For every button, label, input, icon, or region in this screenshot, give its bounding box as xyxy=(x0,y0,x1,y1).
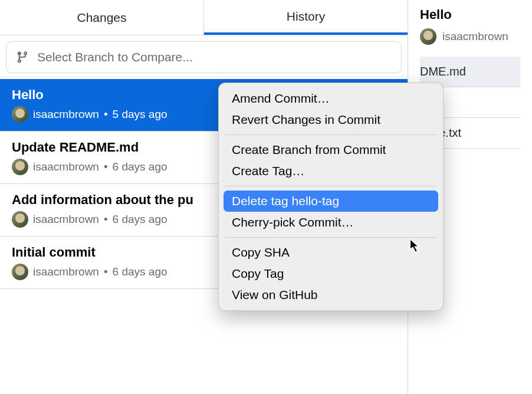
menu-delete-tag[interactable]: Delete tag hello-tag xyxy=(224,191,438,212)
commit-time: 5 days ago xyxy=(113,108,168,121)
menu-cherry-pick[interactable]: Cherry-pick Commit… xyxy=(224,212,438,233)
git-branch-icon xyxy=(16,51,29,64)
avatar xyxy=(12,106,28,123)
commit-time: 6 days ago xyxy=(113,265,168,278)
menu-view-github[interactable]: View on GitHub xyxy=(224,284,438,306)
branch-compare-selector[interactable]: Select Branch to Compare... xyxy=(6,41,402,73)
menu-separator xyxy=(225,237,437,238)
commit-detail-title: Hello xyxy=(420,7,520,22)
commit-detail-author: isaacmbrown xyxy=(442,30,508,43)
menu-copy-sha[interactable]: Copy SHA xyxy=(224,242,438,263)
avatar xyxy=(420,28,436,45)
tab-changes[interactable]: Changes xyxy=(0,0,204,35)
commit-context-menu: Amend Commit… Revert Changes in Commit C… xyxy=(218,83,444,311)
commit-author: isaacmbrown xyxy=(33,213,99,226)
commit-author: isaacmbrown xyxy=(33,160,99,173)
commit-detail-meta: isaacmbrown xyxy=(420,28,520,45)
tab-history[interactable]: History xyxy=(204,0,408,35)
tabs: Changes History xyxy=(0,0,408,35)
menu-separator xyxy=(225,186,437,186)
commit-time: 6 days ago xyxy=(113,213,168,226)
avatar xyxy=(12,211,28,228)
commit-author: isaacmbrown xyxy=(33,108,99,121)
commit-time: 6 days ago xyxy=(113,160,168,173)
avatar xyxy=(12,264,28,280)
menu-create-branch[interactable]: Create Branch from Commit xyxy=(224,139,438,160)
avatar xyxy=(12,159,28,175)
branch-compare-placeholder: Select Branch to Compare... xyxy=(37,50,193,64)
menu-separator xyxy=(225,134,437,135)
menu-amend-commit[interactable]: Amend Commit… xyxy=(224,88,438,109)
menu-revert-changes[interactable]: Revert Changes in Commit xyxy=(224,109,438,130)
commit-author: isaacmbrown xyxy=(33,265,99,278)
menu-copy-tag[interactable]: Copy Tag xyxy=(224,263,438,284)
menu-create-tag[interactable]: Create Tag… xyxy=(224,160,438,182)
